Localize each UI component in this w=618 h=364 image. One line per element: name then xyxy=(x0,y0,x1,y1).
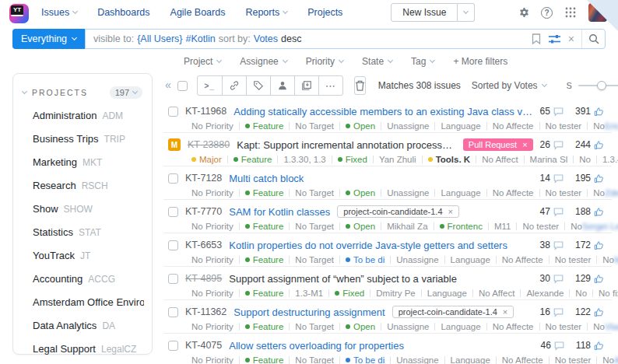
filter-sliders-icon[interactable] xyxy=(549,34,560,44)
row-size-slider[interactable] xyxy=(578,85,618,86)
issue-field[interactable]: No Target xyxy=(295,188,334,198)
nav-item-projects[interactable]: Projects xyxy=(307,7,342,18)
select-all-checkbox[interactable] xyxy=(177,81,188,91)
filter-assignee[interactable]: Assignee xyxy=(240,56,286,67)
sidebar-project-item[interactable]: LogisticsLOGOS xyxy=(21,360,144,364)
issue-field[interactable]: Unassigne xyxy=(387,322,429,331)
issue-field[interactable]: No Priority xyxy=(191,289,234,298)
issue-field[interactable]: No Priority xyxy=(191,255,234,264)
assignee-avatar-badge[interactable]: M xyxy=(168,138,181,151)
move-to-icon[interactable] xyxy=(294,76,318,95)
updater-name[interactable]: Sergei Lebedev xyxy=(582,222,618,231)
issue-title[interactable]: Adding statically accessible members to … xyxy=(234,106,532,117)
issue-field[interactable]: No xyxy=(593,188,605,198)
delete-icon[interactable] xyxy=(354,76,366,95)
issue-field[interactable]: Fixed xyxy=(338,155,367,164)
sort-order-button[interactable]: Sorted by Votes xyxy=(472,80,546,91)
issue-field[interactable]: Yan Zhuli xyxy=(379,155,416,164)
votes-count[interactable]: 122 xyxy=(575,306,604,317)
issue-field[interactable]: No Priority xyxy=(191,188,234,198)
votes-count[interactable]: 118 xyxy=(576,340,604,351)
issue-field[interactable]: No tester xyxy=(555,355,592,364)
slider-thumb[interactable] xyxy=(597,81,606,90)
votes-count[interactable]: 172 xyxy=(575,240,604,250)
votes-count[interactable]: 195 xyxy=(575,173,604,184)
comments-count[interactable]: 65 xyxy=(540,106,564,117)
comments-count[interactable]: 14 xyxy=(540,173,564,184)
sidebar-project-item[interactable]: Data AnalyticsDA xyxy=(21,313,144,337)
issue-field[interactable]: No Target xyxy=(295,322,334,331)
sidebar-project-item[interactable]: MarketingMKT xyxy=(21,150,144,173)
issue-tag[interactable]: project-coin-candidate-1.4× xyxy=(392,306,514,318)
search-input[interactable]: visible to:{All Users}#Kotlinsort by:Vot… xyxy=(86,33,525,44)
issue-field[interactable]: Alexande xyxy=(526,289,564,298)
command-icon[interactable]: >_ xyxy=(198,76,222,95)
sidebar-project-item[interactable]: StatisticsSTAT xyxy=(21,220,144,243)
sidebar-project-item[interactable]: Business TripsTRIP xyxy=(21,127,144,150)
issue-field[interactable]: No Affect xyxy=(479,289,514,298)
issue-field[interactable]: Open xyxy=(346,322,375,331)
issue-field[interactable]: Open xyxy=(346,222,375,231)
issue-field[interactable]: Language xyxy=(427,289,467,298)
assignee-icon[interactable] xyxy=(270,76,294,95)
filter-project[interactable]: Project xyxy=(184,56,221,67)
comments-count[interactable]: 46 xyxy=(541,340,564,351)
issue-field[interactable]: No xyxy=(593,322,605,331)
issue-field[interactable]: No Target xyxy=(295,121,334,131)
nav-item-issues[interactable]: Issues xyxy=(41,7,77,18)
updater-name[interactable]: Maria Arias xyxy=(614,255,618,264)
issue-field[interactable]: No Priority xyxy=(191,121,234,131)
issue-field[interactable]: Tools. K xyxy=(428,155,471,164)
youtrack-logo[interactable]: YT xyxy=(9,4,29,23)
votes-count[interactable]: 244 xyxy=(575,139,604,150)
projects-count-badge[interactable]: 197 xyxy=(110,86,142,99)
clear-icon[interactable]: × xyxy=(568,33,574,44)
issue-field[interactable]: No Affecte xyxy=(493,188,534,198)
comments-count[interactable]: 16 xyxy=(540,306,564,317)
issue-field[interactable]: No fix in l xyxy=(599,289,618,298)
issue-checkbox[interactable] xyxy=(168,207,178,217)
issue-field[interactable]: No tester xyxy=(522,222,559,231)
issue-field[interactable]: No xyxy=(593,121,605,131)
issue-field[interactable]: Mikhail Za xyxy=(387,222,427,231)
issue-tag[interactable]: project-coin-candidate-1.4× xyxy=(337,205,459,218)
issue-field[interactable]: Feature xyxy=(245,255,284,264)
issue-field[interactable]: Unassigne xyxy=(396,255,438,264)
issue-field[interactable]: No tester xyxy=(546,322,582,331)
issue-field[interactable]: No Affect xyxy=(482,155,518,164)
issue-title[interactable]: Allow setters overloading for properties xyxy=(229,340,404,352)
issue-field[interactable]: 1.3-M1 xyxy=(295,289,323,298)
issue-field[interactable]: Feature xyxy=(245,121,284,131)
issue-field[interactable]: No xyxy=(575,289,587,298)
sidebar-project-item[interactable]: Legal SupportLegalCZ xyxy=(21,337,144,360)
issue-field[interactable]: To be di xyxy=(346,355,384,364)
issue-field[interactable]: Marina Sl xyxy=(530,155,568,164)
link-icon[interactable] xyxy=(222,76,246,95)
issue-field[interactable]: Open xyxy=(346,121,375,131)
tag-remove-icon[interactable]: × xyxy=(522,140,527,149)
new-issue-button[interactable]: New Issue xyxy=(391,3,458,22)
issue-field[interactable]: Feature xyxy=(245,355,284,364)
comments-count[interactable]: 26 xyxy=(540,139,564,150)
issue-field[interactable]: No Priority xyxy=(191,222,234,231)
sidebar-project-item[interactable]: ResearchRSCH xyxy=(21,173,144,197)
updater-name[interactable]: Vladislav Rassokhin xyxy=(605,322,618,331)
tag-icon[interactable] xyxy=(246,76,270,95)
issue-field[interactable]: No Affecte xyxy=(502,355,543,364)
tag-remove-icon[interactable]: × xyxy=(448,207,453,216)
issue-title[interactable]: SAM for Kotlin classes xyxy=(229,206,330,218)
issue-field[interactable]: Feature xyxy=(245,188,284,198)
nav-item-agile-boards[interactable]: Agile Boards xyxy=(170,7,226,18)
votes-count[interactable]: 391 xyxy=(575,106,604,117)
sidebar-project-item[interactable]: AccountingACCG xyxy=(21,267,144,290)
issue-field[interactable]: No Affecte xyxy=(502,255,543,264)
filter-state[interactable]: State xyxy=(362,56,392,67)
issue-field[interactable]: Dmitry Pe xyxy=(376,289,415,298)
issue-field[interactable]: Unassigne xyxy=(387,121,429,131)
issue-field[interactable]: No tester xyxy=(546,188,582,198)
comments-count[interactable]: 47 xyxy=(540,206,564,217)
new-issue-dropdown-button[interactable] xyxy=(458,3,475,22)
comments-count[interactable]: 30 xyxy=(540,273,564,284)
issue-field[interactable]: No Affecte xyxy=(493,322,534,331)
issue-title[interactable]: Support assignment of “when” subject to … xyxy=(229,273,457,285)
